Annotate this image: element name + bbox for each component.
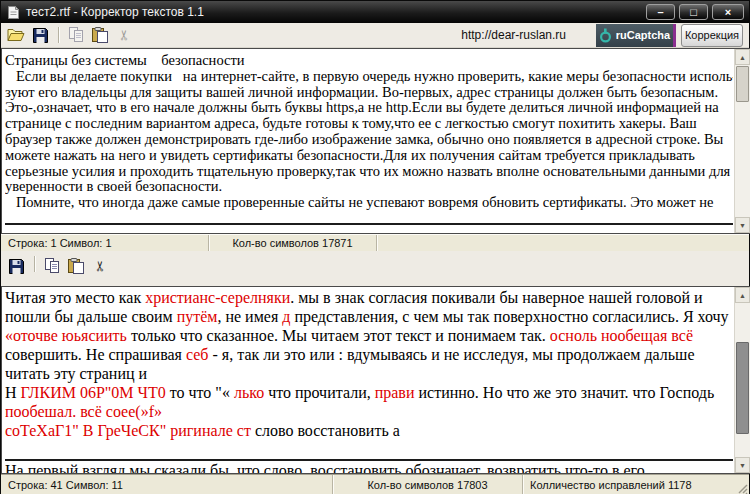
- scroll-up-button[interactable]: ▲: [735, 287, 750, 303]
- text-segment: странице с последним вариантом адреса, б…: [5, 115, 697, 131]
- toolbar-separator: [58, 27, 60, 43]
- toolbar-separator: [34, 256, 36, 272]
- floppy-save-icon: [9, 259, 24, 274]
- text-segment: , не имея: [217, 308, 282, 325]
- corrected-text-editor[interactable]: Читая это место как христианс-серелняки.…: [1, 286, 750, 474]
- text-segment: то что "«: [166, 384, 234, 401]
- editor-line: странице с последним вариантом адреса, б…: [5, 116, 733, 132]
- text-segment: представления, с чем мы так поверхностно…: [290, 308, 728, 325]
- editor-line: Н ГЛКИМ 06Р"0М ЧТ0 то что "« лько что пр…: [5, 383, 733, 402]
- cut-result-button[interactable]: ✂: [89, 256, 111, 276]
- scroll-up-button[interactable]: ▲: [735, 49, 750, 65]
- cursor-position-panel: Строка: 41 Символ: 11: [1, 475, 333, 494]
- text-segment: Если вы делаете покупки на интернет-сайт…: [5, 68, 733, 84]
- rucaptcha-button[interactable]: ruCaptcha: [596, 24, 676, 47]
- editor-line: Это-,означает, что в его начале должны б…: [5, 100, 733, 116]
- paste-result-button[interactable]: [65, 256, 87, 276]
- paste-clipboard-icon: [68, 258, 84, 274]
- editor-line: «оточве юьясиить только что сказанное. М…: [5, 326, 733, 345]
- correction-highlight: соТеХаГ1" В ГреЧеСК" ригинале ст: [5, 422, 251, 439]
- copy-icon: [68, 27, 84, 43]
- text-segment: совершить. Не спрашивая: [5, 346, 186, 363]
- copy-icon: [44, 258, 60, 274]
- resize-grip[interactable]: [735, 481, 748, 494]
- source-status-bar: Строка: 1 Символ: 1 Кол-во символов 1787…: [1, 234, 749, 251]
- window-controls: – □ ×: [642, 4, 744, 20]
- text-segment: читать эту страниц и: [5, 365, 147, 382]
- text-segment: Страницы без системы безопасности: [5, 52, 245, 68]
- char-count-panel: Кол-во символов 17871: [209, 235, 377, 251]
- editor-line: Помните, что иногда даже самые проверенн…: [5, 195, 733, 211]
- editor-line: можете нажать на него и увидеть сертифик…: [5, 148, 733, 164]
- correction-highlight: лько: [234, 384, 264, 401]
- save-result-button[interactable]: [5, 256, 27, 276]
- corrected-editor-scrollbar[interactable]: ▲ ▼: [734, 287, 750, 473]
- text-segment: Читая это место как: [5, 289, 145, 306]
- result-toolbar: ✂: [1, 251, 749, 286]
- editor-line: совершить. Не спрашивая себ - я, так ли …: [5, 345, 733, 364]
- text-segment: серьезные усилия и проходить тщательную …: [5, 163, 730, 179]
- copy-result-button[interactable]: [41, 256, 63, 276]
- scroll-down-button[interactable]: ▼: [735, 217, 750, 233]
- document-app-icon: [6, 5, 21, 20]
- editor-line: браузер также должен демонстрировать где…: [5, 132, 733, 148]
- correction-highlight: себ: [186, 346, 209, 363]
- minimize-button[interactable]: –: [646, 4, 675, 20]
- app-window: тест2.rtf - Корректор текстов 1.1 – □ ×: [0, 0, 750, 494]
- rucaptcha-label: ruCaptcha: [616, 29, 670, 41]
- text-segment: - я, так ли это или : вдумываясь и не ис…: [209, 346, 695, 363]
- text-segment: уверенности в своей безопасности.: [5, 178, 222, 194]
- editor-line: [5, 440, 733, 459]
- text-segment: . мы в знак согласия покивали бы наверно…: [290, 289, 702, 306]
- correction-highlight: ГЛКИМ 06Р"0М ЧТ0: [21, 384, 166, 401]
- editor-line: соТеХаГ1" В ГреЧеСК" ригинале ст слово в…: [5, 421, 733, 440]
- open-folder-icon: [7, 28, 25, 42]
- scissors-cut-icon: ✂: [92, 260, 108, 272]
- correction-highlight: «оточве юьясиить: [5, 327, 127, 344]
- result-status-bar: Строка: 41 Символ: 11 Кол-во символов 17…: [1, 474, 749, 494]
- copy-button[interactable]: [65, 25, 87, 45]
- editor-line: Страницы без системы безопасности: [5, 53, 733, 69]
- scrollbar-thumb[interactable]: [736, 66, 749, 102]
- document-separator-line: [5, 223, 733, 225]
- empty-status-panel: [377, 235, 749, 251]
- text-segment: Это-,означает, что в его начале должны б…: [5, 99, 719, 115]
- text-segment: можете нажать на него и увидеть сертифик…: [5, 147, 695, 163]
- correction-highlight: пообешал. всё соее(»f»: [5, 403, 162, 420]
- site-url-label: http://dear-ruslan.ru: [461, 28, 566, 42]
- editor-line: Читая это место как христианс-серелняки.…: [5, 288, 733, 307]
- correction-highlight: осноль нообещая всё: [550, 327, 693, 344]
- text-segment: истинно. Но что же это значит. что Госпо…: [414, 384, 714, 401]
- cursor-position-panel: Строка: 1 Символ: 1: [1, 235, 209, 251]
- editor-line: пообешал. всё соее(»f»: [5, 402, 733, 421]
- corrections-count-panel: Колличество исправлений 1178: [523, 475, 749, 494]
- text-segment: слово восстановить а: [251, 422, 400, 439]
- title-bar[interactable]: тест2.rtf - Корректор текстов 1.1 – □ ×: [1, 1, 749, 23]
- correction-highlight: прави: [375, 384, 415, 401]
- editor-line: пошли бы дальше своим путём, не имея д п…: [5, 307, 733, 326]
- source-editor-scrollbar[interactable]: ▲ ▼: [734, 49, 750, 233]
- correction-highlight: христианс-серелняки: [145, 289, 290, 306]
- scrollbar-thumb[interactable]: [736, 342, 749, 434]
- source-text-content: Страницы без системы безопасности Если в…: [5, 49, 733, 233]
- text-segment: что прочитали,: [264, 384, 375, 401]
- correction-button[interactable]: Коррекция: [681, 24, 743, 47]
- cut-button[interactable]: ✂: [113, 25, 135, 45]
- save-file-button[interactable]: [29, 25, 51, 45]
- editor-line: Если вы делаете покупки на интернет-сайт…: [5, 69, 733, 85]
- open-file-button[interactable]: [5, 25, 27, 45]
- text-segment: пошли бы дальше своим: [5, 308, 177, 325]
- scissors-cut-icon: ✂: [116, 29, 132, 41]
- scroll-down-button[interactable]: ▼: [735, 457, 750, 473]
- paste-button[interactable]: [89, 25, 111, 45]
- corrected-text-content: Читая это место как христианс-серелняки.…: [5, 287, 733, 473]
- text-segment: зуют его владельцы для защиты вашей личн…: [5, 84, 718, 100]
- char-count-panel: Кол-во символов 17803: [333, 475, 523, 494]
- source-text-editor[interactable]: Страницы без системы безопасности Если в…: [1, 48, 750, 234]
- close-button[interactable]: ×: [712, 4, 744, 20]
- text-segment: Н: [5, 384, 21, 401]
- window-title: тест2.rtf - Корректор текстов 1.1: [26, 5, 204, 19]
- floppy-save-icon: [33, 28, 48, 43]
- maximize-button[interactable]: □: [679, 4, 708, 20]
- text-segment: браузер также должен демонстрировать где…: [5, 131, 723, 147]
